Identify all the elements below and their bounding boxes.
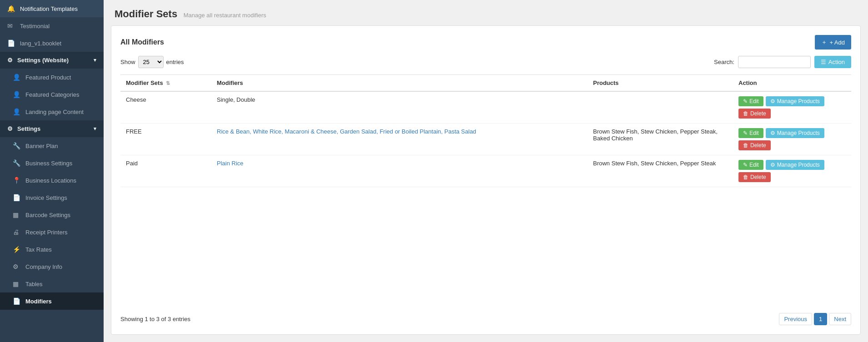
action-buttons-row2: 🗑 Delete bbox=[738, 140, 846, 150]
cell-modifier-set: Paid bbox=[120, 155, 211, 187]
sidebar-item-featured-product[interactable]: 👤 Featured Product bbox=[0, 69, 104, 86]
col-modifiers: Modifiers bbox=[211, 75, 588, 92]
edit-button[interactable]: ✎ Edit bbox=[738, 160, 763, 170]
sidebar-item-banner-plan[interactable]: 🔧 Banner Plan bbox=[0, 137, 104, 154]
sidebar-section-settings[interactable]: ⚙ Settings ▾ bbox=[0, 120, 104, 137]
add-button[interactable]: ＋ + Add bbox=[815, 35, 851, 50]
action-label: Action bbox=[828, 59, 845, 65]
manage-products-button[interactable]: ⚙ Manage Products bbox=[766, 96, 824, 106]
user-icon: 👤 bbox=[13, 74, 21, 81]
delete-button[interactable]: 🗑 Delete bbox=[738, 172, 771, 182]
chevron-down-icon: ▾ bbox=[94, 126, 96, 132]
page-subtitle: Manage all restaurant modifiers bbox=[184, 12, 266, 19]
sidebar-item-testimonial[interactable]: ✉ Testimonial bbox=[0, 17, 104, 35]
modifier-link: Rice & Bean, White Rice, Macaroni & Chee… bbox=[217, 128, 476, 135]
manage-products-button[interactable]: ⚙ Manage Products bbox=[766, 128, 824, 138]
sidebar-item-label: Tax Rates bbox=[25, 246, 52, 253]
user-icon: 👤 bbox=[13, 91, 21, 98]
delete-button[interactable]: 🗑 Delete bbox=[738, 109, 771, 119]
sidebar-item-lang-booklet[interactable]: 📄 lang_v1.booklet bbox=[0, 35, 104, 52]
action-buttons-row1: ✎ Edit ⚙ Manage Products bbox=[738, 128, 846, 138]
sidebar-item-featured-categories[interactable]: 👤 Featured Categories bbox=[0, 86, 104, 103]
search-label: Search: bbox=[714, 59, 734, 65]
bell-icon: 🔔 bbox=[7, 5, 15, 12]
action-buttons-row1: ✎ Edit ⚙ Manage Products bbox=[738, 96, 846, 106]
cell-modifiers: Single, Double bbox=[211, 91, 588, 124]
manage-icon: ⚙ bbox=[770, 162, 775, 168]
gear-icon: ⚙ bbox=[7, 57, 13, 64]
edit-icon: ✎ bbox=[743, 130, 748, 136]
edit-icon: ✎ bbox=[743, 162, 748, 168]
search-input[interactable] bbox=[738, 56, 811, 68]
file-icon: 📄 bbox=[13, 297, 21, 305]
sidebar-item-label: Company Info bbox=[25, 263, 62, 270]
manage-icon: ⚙ bbox=[770, 98, 775, 104]
sidebar-item-label: Featured Categories bbox=[25, 91, 80, 98]
action-button[interactable]: ☰ Action bbox=[814, 56, 851, 68]
manage-label: Manage Products bbox=[777, 98, 820, 104]
cell-modifier-set: FREE bbox=[120, 124, 211, 155]
previous-button[interactable]: Previous bbox=[779, 313, 812, 325]
entries-select[interactable]: 25 50 100 bbox=[138, 56, 164, 68]
page-title: Modifier Sets bbox=[115, 8, 177, 20]
file-icon: 📄 bbox=[13, 194, 21, 201]
sidebar-item-receipt-printers[interactable]: 🖨 Receipt Printers bbox=[0, 223, 104, 241]
card-title: All Modifiers bbox=[120, 38, 164, 46]
plus-icon: ＋ bbox=[821, 38, 827, 46]
edit-button[interactable]: ✎ Edit bbox=[738, 96, 763, 106]
trash-icon: 🗑 bbox=[743, 142, 748, 149]
delete-button[interactable]: 🗑 Delete bbox=[738, 140, 771, 150]
page-1-button[interactable]: 1 bbox=[814, 313, 827, 325]
sidebar-item-tax-rates[interactable]: ⚡ Tax Rates bbox=[0, 241, 104, 258]
sidebar-item-label: Tables bbox=[25, 281, 43, 287]
printer-icon: 🖨 bbox=[13, 228, 21, 236]
next-button[interactable]: Next bbox=[829, 313, 851, 325]
modifiers-table: Modifier Sets ⇅ Modifiers Products Actio… bbox=[120, 74, 851, 187]
sidebar-item-tables[interactable]: ▦ Tables bbox=[0, 275, 104, 292]
sidebar-item-label: Invoice Settings bbox=[25, 194, 67, 201]
table-row: FREE Rice & Bean, White Rice, Macaroni &… bbox=[120, 124, 851, 155]
show-label: Show bbox=[120, 59, 135, 65]
sidebar-item-business-locations[interactable]: 📍 Business Locations bbox=[0, 172, 104, 189]
trash-icon: 🗑 bbox=[743, 110, 748, 117]
trash-icon: 🗑 bbox=[743, 174, 748, 180]
edit-label: Edit bbox=[749, 98, 759, 104]
sidebar-item-modifiers[interactable]: 📄 Modifiers bbox=[0, 292, 104, 310]
section-label: Settings (Website) bbox=[17, 57, 69, 64]
cell-modifiers: Plain Rice bbox=[211, 155, 588, 187]
sidebar-section-settings-website[interactable]: ⚙ Settings (Website) ▾ bbox=[0, 52, 104, 69]
sidebar-item-barcode-settings[interactable]: ▦ Barcode Settings bbox=[0, 206, 104, 223]
edit-label: Edit bbox=[749, 162, 759, 168]
table-footer: Showing 1 to 3 of 3 entries Previous 1 N… bbox=[120, 313, 851, 325]
chevron-down-icon: ▾ bbox=[94, 57, 96, 63]
cell-action: ✎ Edit ⚙ Manage Products 🗑 bbox=[733, 91, 851, 124]
sidebar-item-label: Receipt Printers bbox=[25, 229, 67, 236]
settings-icon: 🔧 bbox=[13, 159, 21, 167]
sidebar-item-label: Featured Product bbox=[25, 74, 71, 81]
edit-button[interactable]: ✎ Edit bbox=[738, 128, 763, 138]
cell-products: Brown Stew Fish, Stew Chicken, Pepper St… bbox=[588, 124, 733, 155]
action-buttons-row2: 🗑 Delete bbox=[738, 172, 846, 182]
action-buttons-row1: ✎ Edit ⚙ Manage Products bbox=[738, 160, 846, 170]
cell-action: ✎ Edit ⚙ Manage Products 🗑 bbox=[733, 124, 851, 155]
col-products: Products bbox=[588, 75, 733, 92]
modifier-link: Plain Rice bbox=[217, 160, 244, 167]
sidebar-item-invoice-settings[interactable]: 📄 Invoice Settings bbox=[0, 189, 104, 206]
gear-icon: ⚙ bbox=[7, 125, 13, 132]
table-container: Modifier Sets ⇅ Modifiers Products Actio… bbox=[120, 74, 851, 307]
add-label: + Add bbox=[829, 39, 845, 46]
sort-icon: ⇅ bbox=[166, 80, 170, 86]
manage-label: Manage Products bbox=[777, 130, 820, 136]
mail-icon: ✉ bbox=[7, 22, 15, 30]
sidebar: 🔔 Notification Templates ✉ Testimonial 📄… bbox=[0, 0, 104, 342]
card-top-row: All Modifiers ＋ + Add bbox=[120, 35, 851, 50]
sidebar-item-label: Banner Plan bbox=[25, 143, 58, 149]
sidebar-item-notification-templates[interactable]: 🔔 Notification Templates bbox=[0, 0, 104, 17]
sidebar-item-business-settings[interactable]: 🔧 Business Settings bbox=[0, 154, 104, 172]
show-entries-control: Show 25 50 100 entries bbox=[120, 56, 184, 68]
sidebar-item-company-info[interactable]: ⚙ Company Info bbox=[0, 258, 104, 275]
manage-label: Manage Products bbox=[777, 162, 820, 168]
manage-products-button[interactable]: ⚙ Manage Products bbox=[766, 160, 824, 170]
showing-text: Showing 1 to 3 of 3 entries bbox=[120, 316, 190, 322]
sidebar-item-landing-page-content[interactable]: 👤 Landing page Content bbox=[0, 103, 104, 120]
